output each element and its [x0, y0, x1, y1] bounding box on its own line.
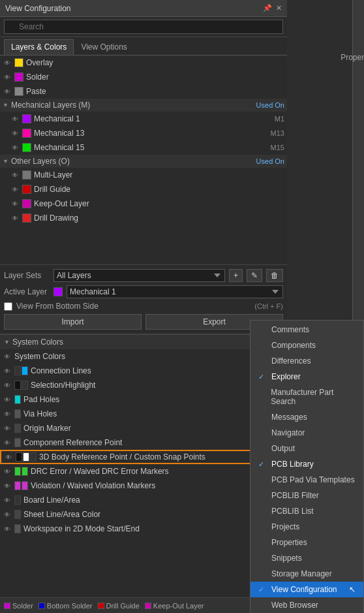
pin-icon[interactable]: 📌 [263, 4, 272, 12]
visibility-icon-mech15[interactable]: 👁 [10, 144, 20, 151]
sys-row-viaholes: 👁 Via Holes [0, 407, 287, 421]
menu-label-storage: Storage Manager [271, 569, 332, 578]
color-swatch-overlay[interactable] [14, 58, 23, 67]
status-bar: Solder Bottom Solder Drill Guide Keep-Ou… [0, 597, 287, 613]
visibility-icon-solder[interactable]: 👁 [3, 74, 12, 81]
color-swatch-solder[interactable] [14, 72, 23, 82]
tab-view-options[interactable]: View Options [74, 39, 134, 55]
menu-item-properties[interactable]: Properties [250, 535, 363, 550]
swatch-drcerror[interactable] [14, 467, 28, 476]
swatch-3dbody[interactable] [16, 452, 37, 462]
menu-item-webbrowser[interactable]: Web Browser [250, 597, 363, 613]
visibility-icon-multilayer[interactable]: 👁 [10, 172, 20, 179]
vis-selection[interactable]: 👁 [3, 382, 12, 389]
color-swatch-paste[interactable] [14, 87, 23, 96]
swatch-padholes[interactable] [14, 395, 21, 404]
swatch-originmarker[interactable] [14, 424, 21, 433]
swatch-connection[interactable] [14, 366, 28, 375]
visibility-icon-keepout[interactable]: 👁 [10, 200, 20, 208]
close-icon[interactable]: ✕ [276, 4, 282, 12]
menu-item-storage[interactable]: Storage Manager [250, 566, 363, 582]
color-swatch-mech1[interactable] [22, 114, 31, 123]
swatch-workspace2d[interactable] [14, 524, 21, 533]
vis-3dbody[interactable]: 👁 [4, 454, 13, 461]
menu-item-comments[interactable]: Comments [250, 322, 363, 338]
search-input[interactable] [4, 20, 283, 34]
menu-item-pcbpad[interactable]: PCB Pad Via Templates [250, 472, 363, 488]
status-swatch-solder [4, 603, 10, 609]
sys-name-viaholes: Via Holes [23, 409, 284, 418]
vis-drcerror[interactable]: 👁 [3, 468, 12, 475]
swatch-boardline[interactable] [14, 495, 21, 505]
color-swatch-drilldrawing[interactable] [22, 213, 31, 223]
menu-item-components[interactable]: Components [250, 338, 363, 353]
vis-viaholes[interactable]: 👁 [3, 411, 12, 418]
color-swatch-mech13[interactable] [22, 129, 31, 138]
vis-originmarker[interactable]: 👁 [3, 425, 12, 432]
visibility-icon-drilldrawing[interactable]: 👁 [10, 215, 20, 222]
menu-item-differences[interactable]: Differences [250, 353, 363, 369]
view-from-bottom-checkbox[interactable] [4, 302, 12, 311]
menu-item-viewconfig[interactable]: ✓ View Configuration ↖ [250, 582, 363, 597]
menu-label-pcblibfilter: PCBLIB Filter [271, 491, 319, 500]
menu-item-pcblibfilter[interactable]: PCBLIB Filter [250, 488, 363, 503]
color-swatch-keepout[interactable] [22, 199, 31, 208]
active-layer-swatch[interactable] [53, 287, 63, 296]
visibility-icon-mech1[interactable]: 👁 [10, 116, 20, 123]
layer-code-mech15: M15 [262, 144, 284, 151]
swatch-violation[interactable] [14, 481, 28, 490]
color-swatch-multilayer[interactable] [22, 170, 31, 180]
swatch-compref[interactable] [14, 438, 21, 447]
visibility-icon-drillguide[interactable]: 👁 [10, 186, 20, 193]
layer-row-mech15: 👁 Mechanical 15 M15 [0, 140, 287, 155]
vis-violation[interactable]: 👁 [3, 482, 12, 490]
menu-item-pcbliblist[interactable]: PCBLIB List [250, 503, 363, 519]
check-viewconfig: ✓ [258, 586, 267, 594]
other-section-header[interactable]: ▼ Other Layers (O) Used On [0, 155, 287, 168]
menu-item-navigator[interactable]: Navigator [250, 425, 363, 441]
system-colors-header[interactable]: ▼ System Colors [0, 335, 287, 349]
import-button[interactable]: Import [4, 314, 142, 330]
sys-group-name: System Colors [14, 352, 65, 361]
tab-layers-colors[interactable]: Layers & Colors [4, 39, 74, 55]
swatch-selection[interactable] [14, 381, 28, 390]
mechanical-section-header[interactable]: ▼ Mechanical Layers (M) Used On [0, 99, 287, 112]
color-swatch-drillguide[interactable] [22, 185, 31, 194]
properties-side-tab[interactable]: Properties [341, 52, 364, 61]
vis-workspace2d[interactable]: 👁 [3, 526, 12, 533]
check-navigator [258, 429, 267, 437]
menu-label-mfr-part: Manufacturer Part Search [271, 388, 356, 406]
visibility-icon-overlay[interactable]: 👁 [3, 59, 12, 67]
menu-item-output[interactable]: Output [250, 441, 363, 456]
layer-name-mech1: Mechanical 1 [34, 114, 259, 123]
vis-syscolors[interactable]: 👁 [3, 353, 12, 360]
vis-padholes[interactable]: 👁 [3, 396, 12, 403]
color-swatch-mech15[interactable] [22, 143, 31, 152]
status-swatch-bottomsolder [38, 603, 45, 609]
sys-name-drcerror: DRC Error / Waived DRC Error Markers [31, 467, 284, 476]
add-layer-set-btn[interactable]: + [229, 269, 243, 282]
layer-sets-dropdown[interactable]: All Layers Signal Layers Only All Used L… [53, 269, 225, 282]
menu-item-snippets[interactable]: Snippets [250, 550, 363, 566]
vis-boardline[interactable]: 👁 [3, 497, 12, 504]
swatch-viaholes[interactable] [14, 409, 21, 418]
sys-name-selection: Selection/Highlight [31, 381, 284, 390]
menu-item-projects[interactable]: Projects [250, 519, 363, 535]
vis-compref[interactable]: 👁 [3, 439, 12, 447]
view-from-shortcut: (Ctrl + F) [254, 302, 283, 310]
visibility-icon-mech13[interactable]: 👁 [10, 130, 20, 137]
active-layer-dropdown[interactable]: Mechanical 1 [67, 285, 283, 298]
edit-layer-set-btn[interactable]: ✎ [247, 269, 262, 282]
menu-item-messages[interactable]: Messages [250, 409, 363, 425]
delete-layer-set-btn[interactable]: 🗑 [266, 269, 283, 282]
mechanical-section-label: Mechanical Layers (M) [11, 101, 90, 110]
context-menu: Comments Components Differences ✓ Explor… [250, 320, 364, 613]
sys-name-workspace2d: Workspace in 2D Mode Start/End [23, 524, 284, 533]
visibility-icon-paste[interactable]: 👁 [3, 88, 12, 95]
vis-connection[interactable]: 👁 [3, 368, 12, 375]
menu-item-mfr-part[interactable]: Manufacturer Part Search [250, 385, 363, 409]
menu-item-explorer[interactable]: ✓ Explorer [250, 369, 363, 385]
swatch-sheetline[interactable] [14, 510, 21, 519]
vis-sheetline[interactable]: 👁 [3, 511, 12, 518]
menu-item-pcblib[interactable]: ✓ PCB Library [250, 456, 363, 472]
